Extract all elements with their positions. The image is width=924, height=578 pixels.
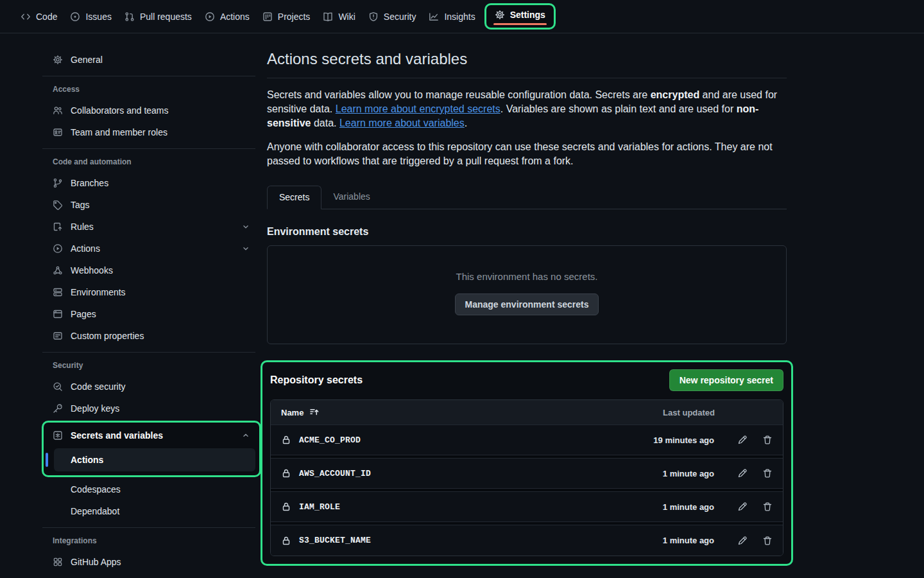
nav-tab-projects[interactable]: Projects (256, 8, 317, 26)
settings-sidebar: General Access Collaborators and teams T… (0, 33, 267, 578)
nav-tab-pull-requests[interactable]: Pull requests (118, 8, 198, 26)
sidebar-item-general[interactable]: General (47, 49, 255, 71)
play-circle-icon (205, 12, 215, 22)
delete-secret-button[interactable] (762, 536, 773, 546)
nav-tab-wiki[interactable]: Wiki (316, 8, 361, 26)
table-row: S3_BUCKET_NAME 1 minute ago (271, 525, 783, 556)
secret-last-updated: 1 minute ago (663, 502, 714, 512)
sidebar-item-actions[interactable]: Actions (47, 238, 255, 259)
divider (42, 76, 255, 76)
environment-secrets-heading: Environment secrets (267, 226, 787, 238)
sidebar-section-security: Security (47, 359, 255, 372)
nav-tab-settings[interactable]: Settings (491, 7, 549, 20)
nav-tab-actions[interactable]: Actions (198, 8, 256, 26)
divider (42, 527, 255, 528)
sidebar-subitem-dependabot[interactable]: Dependabot (47, 500, 255, 522)
nav-tab-label: Insights (444, 12, 475, 22)
sidebar-item-rules[interactable]: Rules (47, 216, 255, 238)
edit-secret-button[interactable] (737, 536, 748, 546)
nav-tab-security[interactable]: Security (362, 8, 423, 26)
sidebar-item-branches[interactable]: Branches (47, 172, 255, 194)
sidebar-item-secrets-and-variables[interactable]: Secrets and variables (47, 425, 255, 446)
manage-environment-secrets-button[interactable]: Manage environment secrets (455, 293, 599, 315)
nav-tab-label: Code (36, 12, 57, 22)
secrets-variables-tabs: Secrets Variables (267, 186, 787, 209)
sidebar-item-team-roles[interactable]: Team and member roles (47, 121, 255, 143)
secret-name: ACME_CO_PROD (299, 435, 361, 445)
edit-secret-button[interactable] (737, 502, 748, 512)
sidebar-item-email-notifications[interactable]: Email notifications (47, 573, 255, 578)
git-pull-request-icon (124, 12, 135, 22)
play-circle-icon (53, 243, 63, 254)
repository-secrets-header: Repository secrets New repository secret (270, 369, 783, 391)
sidebar-item-webhooks[interactable]: Webhooks (47, 259, 255, 281)
sidebar-item-github-apps[interactable]: GitHub Apps (47, 551, 255, 573)
sidebar-item-label: Actions (71, 243, 100, 254)
secret-name: AWS_ACCOUNT_ID (299, 469, 371, 478)
webhook-icon (53, 265, 63, 276)
sidebar-subitem-codespaces[interactable]: Codespaces (47, 478, 255, 500)
intro-text: . Variables are shown as plain text and … (501, 103, 737, 114)
sidebar-section-access: Access (47, 83, 255, 96)
secret-last-updated: 19 minutes ago (653, 435, 714, 445)
new-repository-secret-button[interactable]: New repository secret (669, 369, 783, 391)
tab-variables[interactable]: Variables (321, 186, 381, 209)
edit-secret-button[interactable] (737, 435, 748, 445)
sidebar-item-label: Environments (71, 287, 126, 297)
row-actions (737, 468, 773, 478)
sidebar-item-label: General (71, 55, 103, 65)
sort-ascending-control[interactable] (309, 407, 320, 417)
delete-secret-button[interactable] (762, 502, 773, 512)
nav-tab-label: Pull requests (140, 12, 192, 22)
nav-tab-insights[interactable]: Insights (422, 8, 481, 26)
intro-text: data. (311, 118, 339, 128)
delete-secret-button[interactable] (762, 468, 773, 478)
sidebar-subitem-actions[interactable]: Actions (54, 448, 255, 471)
trash-icon (762, 536, 773, 546)
tab-secrets[interactable]: Secrets (267, 186, 321, 209)
edit-secret-button[interactable] (737, 468, 748, 478)
sidebar-item-label: Codespaces (71, 484, 121, 495)
row-actions (737, 536, 773, 546)
link-variables[interactable]: Learn more about variables (339, 118, 465, 128)
asterisk-box-icon (53, 430, 63, 441)
sidebar-item-collaborators[interactable]: Collaborators and teams (47, 100, 255, 121)
link-encrypted-secrets[interactable]: Learn more about encrypted secrets (336, 103, 501, 114)
nav-tab-issues[interactable]: Issues (64, 8, 117, 26)
repo-nav: Code Issues Pull requests Actions Projec… (0, 0, 924, 33)
secret-last-updated: 1 minute ago (663, 536, 714, 545)
pencil-icon (737, 435, 748, 445)
sidebar-item-code-security[interactable]: Code security (47, 376, 255, 398)
delete-secret-button[interactable] (762, 435, 773, 445)
sidebar-item-label: Custom properties (71, 331, 144, 341)
name-column-header: Name (281, 408, 304, 417)
people-icon (53, 105, 63, 116)
book-icon (323, 12, 333, 22)
sidebar-item-environments[interactable]: Environments (47, 281, 255, 303)
sidebar-item-tags[interactable]: Tags (47, 194, 255, 216)
pencil-icon (737, 468, 748, 478)
sidebar-item-label: Pages (71, 309, 96, 319)
last-updated-column-header: Last updated (663, 408, 715, 417)
intro-paragraph: Secrets and variables allow you to manag… (267, 88, 787, 130)
table-header-row: Name Last updated (271, 400, 783, 425)
sidebar-item-custom-properties[interactable]: Custom properties (47, 325, 255, 347)
apps-grid-icon (53, 557, 63, 567)
sidebar-item-pages[interactable]: Pages (47, 303, 255, 325)
lock-icon (281, 468, 291, 478)
rules-icon (53, 222, 63, 232)
lock-icon (281, 435, 291, 445)
issue-opened-icon (70, 12, 80, 22)
environment-empty-message: This environment has no secrets. (268, 271, 786, 282)
tag-icon (53, 200, 63, 210)
main-content: Actions secrets and variables Secrets an… (267, 33, 787, 578)
nav-tab-label: Projects (278, 12, 311, 22)
sidebar-section-integrations: Integrations (47, 534, 255, 547)
sidebar-item-deploy-keys[interactable]: Deploy keys (47, 398, 255, 419)
sidebar-item-label: Team and member roles (71, 127, 167, 137)
active-item-accent-bar (46, 453, 48, 467)
nav-tab-code[interactable]: Code (14, 8, 64, 26)
sidebar-item-label: Webhooks (71, 265, 113, 276)
intro-text: . (465, 118, 467, 128)
sidebar-item-label: Rules (71, 222, 94, 232)
